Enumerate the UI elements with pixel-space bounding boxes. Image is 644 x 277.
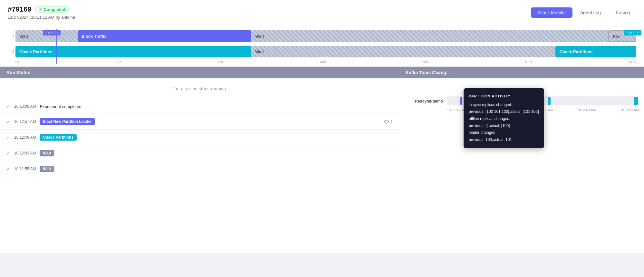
- tooltip-line-4: leader changed:: [469, 129, 539, 136]
- partition-activity-tooltip: PARTITION ACTIVITY in sync replicas chan…: [464, 88, 544, 148]
- track-inner-2[interactable]: Check Partitions Wait Check Partitions: [15, 46, 636, 57]
- svg-point-0: [386, 121, 387, 122]
- status-text: Completed: [43, 7, 65, 12]
- seg-block-traffic-label: Block Traffic: [82, 34, 107, 39]
- seg-wait-1b-label: Wait: [255, 34, 264, 39]
- experiment-meta: 11/27/2024, 10:11:11 AM by antoine: [8, 15, 75, 20]
- kafka-event-0[interactable]: [460, 97, 462, 105]
- cursor-label: 10:11:23: [43, 30, 61, 35]
- step-item-check-partitions[interactable]: ✓ 10:12:49 AM Check Partitions: [0, 130, 399, 145]
- time-label-3: 10:12:40 AM: [576, 108, 596, 112]
- tooltip-line-3: previous: [],actual: [100]: [469, 123, 539, 130]
- kafka-event-5[interactable]: [634, 97, 638, 105]
- topic-label: steadybit-demo: [404, 99, 443, 104]
- ruler-102s: 102s: [524, 60, 532, 64]
- status-badge: Completed: [35, 6, 69, 13]
- step-item-wait-1[interactable]: ✓ 10:12:03 AM Wait: [0, 145, 399, 161]
- tab-attack-monitor[interactable]: Attack Monitor: [531, 7, 572, 18]
- tooltip-line-1: previous: [100 101 102],actual: [101 102…: [469, 108, 539, 115]
- ruler-15s: 15s: [116, 60, 121, 64]
- experiment-id: #79169 Completed: [8, 5, 75, 14]
- ruler-44s: 44s: [320, 60, 326, 64]
- track-inner-1[interactable]: Wait Block Traffic Wait Pre: [15, 30, 636, 42]
- tooltip-line-5: previous: 100,actual: 101: [469, 136, 539, 143]
- ruler-0s: 0s: [15, 60, 19, 64]
- kafka-panel-title: Kafka Topic Chang...: [406, 70, 450, 75]
- tab-agent-log[interactable]: Agent Log: [574, 7, 607, 18]
- no-steps-message: There are no steps running.: [0, 78, 399, 99]
- timeline-track-1: 1 Wait Block Traffic Wait Pre: [8, 29, 636, 43]
- header-left: #79169 Completed 11/27/2024, 10:11:11 AM…: [8, 5, 75, 20]
- seg-check-partitions-2[interactable]: Check Partitions: [555, 46, 636, 57]
- step-badge-wait-1[interactable]: Wait: [40, 150, 54, 156]
- kafka-event-4[interactable]: [548, 97, 551, 105]
- seg-wait-2-label: Wait: [255, 49, 264, 54]
- seg-check-partitions-1-label: Check Partitions: [19, 49, 53, 54]
- step-check-icon-4: ✓: [6, 166, 10, 172]
- ruler-117s: 117s: [629, 60, 636, 64]
- step-time-2: 10:12:49 AM: [14, 135, 36, 140]
- timeline-section: 10:11:23 10:13:09 1 Wait Block Traffic W…: [0, 25, 644, 67]
- step-badge-check-partitions[interactable]: Check Partitions: [40, 134, 77, 141]
- step-time-0: 10:13:09 AM: [14, 104, 36, 109]
- track-num-1: 1: [8, 34, 14, 38]
- step-badge-elect[interactable]: Elect New Partition Leader: [40, 118, 95, 125]
- tooltip-title: PARTITION ACTIVITY: [469, 93, 539, 100]
- step-check-icon-3: ✓: [6, 151, 10, 156]
- run-status-header: Run Status: [0, 67, 399, 78]
- step-item-wait-2[interactable]: ✓ 10:11:55 AM Wait: [0, 161, 399, 177]
- step-time-1: 10:12:57 AM: [14, 119, 36, 124]
- main-content: Run Status There are no steps running. ✓…: [0, 67, 644, 253]
- step-eye-icon: 1: [384, 119, 392, 124]
- ruler-29s: 29s: [218, 60, 224, 64]
- ruler-58s: 58s: [422, 60, 428, 64]
- kafka-panel-header: Kafka Topic Chang...: [399, 67, 644, 78]
- seg-check-partitions-2-label: Check Partitions: [559, 49, 592, 54]
- seg-check-partitions-1[interactable]: Check Partitions: [15, 46, 251, 57]
- step-time-3: 10:12:03 AM: [14, 151, 36, 155]
- seg-wait-2[interactable]: Wait: [251, 46, 555, 57]
- step-badge-wait-2[interactable]: Wait: [40, 166, 54, 172]
- seg-wait-1b[interactable]: Wait: [251, 30, 608, 42]
- kafka-panel: Kafka Topic Chang... PARTITION ACTIVITY …: [399, 67, 644, 253]
- run-status-body[interactable]: There are no steps running. ✓ 10:13:09 A…: [0, 78, 399, 253]
- end-time-label: 10:13:09: [624, 30, 641, 35]
- track-num-2: 2: [8, 50, 14, 54]
- kafka-chart-area[interactable]: PARTITION ACTIVITY in sync replicas chan…: [399, 78, 644, 253]
- check-icon: [39, 7, 42, 12]
- step-item-elect[interactable]: ✓ 10:12:57 AM Elect New Partition Leader…: [0, 114, 399, 130]
- page-header: #79169 Completed 11/27/2024, 10:11:11 AM…: [0, 0, 644, 25]
- time-label-4: 10:13:09 AM: [619, 108, 639, 112]
- step-check-icon-2: ✓: [6, 135, 10, 140]
- step-check-icon-1: ✓: [6, 119, 10, 124]
- seg-pre-label: Pre: [613, 34, 620, 39]
- tab-bar: Attack Monitor Agent Log Tracing: [531, 7, 637, 18]
- seg-wait-1a-label: Wait: [19, 34, 28, 39]
- experiment-id-text: #79169: [8, 5, 31, 14]
- tab-tracing[interactable]: Tracing: [609, 7, 636, 18]
- step-check-icon-0: ✓: [6, 104, 10, 109]
- step-time-4: 10:11:55 AM: [14, 167, 36, 171]
- tooltip-line-0: in sync replicas changed:: [469, 102, 539, 109]
- timeline-ruler: 0s 15s 29s 44s 58s 102s 117s: [8, 60, 636, 64]
- step-label-0: Experiment completed.: [40, 104, 82, 109]
- step-item-completed[interactable]: ✓ 10:13:09 AM Experiment completed.: [0, 99, 399, 114]
- seg-block-traffic[interactable]: Block Traffic: [78, 30, 252, 42]
- run-status-panel: Run Status There are no steps running. ✓…: [0, 67, 399, 253]
- tooltip-line-2: offline replicas changed:: [469, 115, 539, 123]
- timeline-track-2: 2 Check Partitions Wait Check Partitions: [8, 45, 636, 59]
